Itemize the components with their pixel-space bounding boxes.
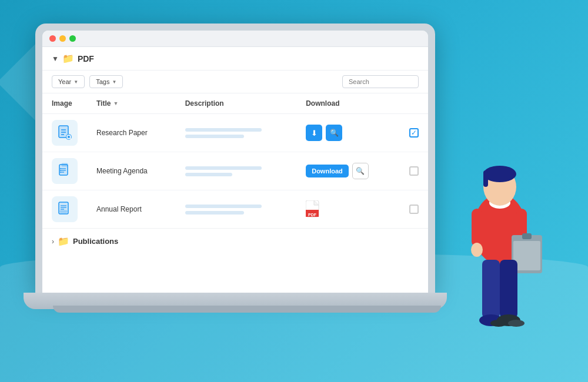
- table-container: Image Title ▼ Desc: [42, 93, 428, 294]
- svg-rect-32: [472, 209, 482, 247]
- row1-search-button[interactable]: 🔍: [326, 125, 342, 141]
- row3-checkbox[interactable]: [409, 205, 419, 214]
- row2-icon-box: [52, 158, 78, 184]
- tags-filter-button[interactable]: Tags ▼: [89, 75, 123, 88]
- svg-rect-31: [483, 170, 488, 187]
- col-description: Description: [176, 93, 297, 114]
- row1-desc-line1: [185, 128, 262, 132]
- row2-download-cell: Download 🔍: [306, 163, 390, 179]
- toolbar: Year ▼ Tags ▼: [42, 71, 428, 93]
- row2-download: Download 🔍: [296, 152, 400, 190]
- svg-point-14: [60, 168, 61, 169]
- row1-icon-box: [52, 120, 78, 146]
- publications-folder-icon: 📁: [58, 236, 69, 247]
- svg-line-7: [71, 139, 72, 140]
- documents-table: Image Title ▼ Desc: [42, 93, 428, 228]
- person-illustration: [435, 100, 564, 358]
- search-box[interactable]: [342, 75, 419, 88]
- row1-download-button[interactable]: ⬇: [306, 125, 322, 141]
- row3-desc-lines: [185, 205, 288, 215]
- col-title[interactable]: Title ▼: [87, 93, 176, 114]
- svg-point-15: [60, 170, 61, 171]
- row2-description: [176, 152, 297, 190]
- tags-filter-arrow: ▼: [112, 79, 116, 85]
- table-header-row: Image Title ▼ Desc: [42, 93, 428, 114]
- row2-desc-line1: [185, 166, 262, 170]
- svg-point-33: [471, 243, 483, 257]
- year-filter-button[interactable]: Year ▼: [52, 75, 85, 88]
- pdf-file-icon: PDF: [306, 200, 321, 218]
- folder-header: ▼ 📁 PDF: [42, 47, 428, 71]
- browser-chrome: [42, 31, 428, 47]
- tags-filter-label: Tags: [96, 78, 109, 85]
- row2-title: Meeting Agenda: [87, 152, 176, 190]
- svg-rect-40: [500, 260, 517, 319]
- row1-desc-lines: [185, 128, 288, 138]
- laptop-wrapper: ▼ 📁 PDF Year ▼ Tags ▼: [35, 24, 459, 335]
- svg-point-44: [508, 320, 524, 327]
- row3-description: [176, 190, 297, 229]
- year-filter-arrow: ▼: [74, 79, 78, 85]
- folder-icon: 📁: [62, 53, 74, 64]
- svg-point-30: [483, 166, 516, 182]
- row3-desc-line1: [185, 205, 262, 208]
- row3-icon-cell: [42, 190, 87, 229]
- row2-desc-line2: [185, 173, 232, 176]
- row2-checkbox-cell: [400, 152, 428, 190]
- row3-desc-line2: [185, 211, 244, 215]
- screen-inner: ▼ 📁 PDF Year ▼ Tags ▼: [42, 31, 428, 294]
- row1-description: [176, 114, 297, 152]
- row2-icon-cell: [42, 152, 87, 190]
- publications-row[interactable]: › 📁 Publications: [42, 228, 428, 254]
- row3-pdf-icon[interactable]: PDF: [306, 200, 321, 218]
- row2-search-button[interactable]: 🔍: [352, 163, 369, 179]
- minimize-dot[interactable]: [59, 35, 66, 42]
- screen-content: ▼ 📁 PDF Year ▼ Tags ▼: [42, 31, 428, 294]
- publications-name: Publications: [73, 237, 118, 246]
- folder-name: PDF: [78, 54, 94, 63]
- close-dot[interactable]: [49, 35, 56, 42]
- svg-rect-10: [62, 163, 68, 166]
- row3-download-cell: PDF: [306, 200, 390, 218]
- svg-rect-39: [482, 260, 500, 319]
- row1-checkbox-cell: ✓: [400, 114, 428, 152]
- col-checkbox: [400, 93, 428, 114]
- row1-title: Research Paper: [87, 114, 176, 152]
- table-row: Research Paper: [42, 114, 428, 152]
- person-svg: [435, 100, 564, 358]
- svg-text:PDF: PDF: [308, 213, 317, 217]
- col-image: Image: [42, 93, 87, 114]
- row1-document-icon: [56, 125, 73, 141]
- row1-download: ⬇ 🔍: [296, 114, 400, 152]
- laptop-screen: ▼ 📁 PDF Year ▼ Tags ▼: [35, 24, 435, 294]
- maximize-dot[interactable]: [69, 35, 76, 42]
- row3-download: PDF: [296, 190, 400, 229]
- svg-point-43: [490, 320, 507, 327]
- row2-checkbox[interactable]: [409, 166, 419, 176]
- publications-expand-chevron[interactable]: ›: [52, 237, 54, 246]
- row1-download-cell: ⬇ 🔍: [306, 125, 390, 141]
- folder-collapse-chevron[interactable]: ▼: [52, 55, 59, 63]
- row2-desc-lines: [185, 166, 288, 176]
- title-sort-arrow: ▼: [113, 100, 118, 106]
- laptop-base-bottom: [53, 306, 441, 313]
- row1-checkbox[interactable]: ✓: [409, 128, 419, 138]
- row1-icon-cell: [42, 114, 87, 152]
- table-row: Meeting Agenda: [42, 152, 428, 190]
- year-filter-label: Year: [58, 78, 71, 85]
- row1-desc-line2: [185, 135, 244, 138]
- file-manager: ▼ 📁 PDF Year ▼ Tags ▼: [42, 47, 428, 294]
- row3-checkbox-cell: [400, 190, 428, 229]
- row3-document-icon: [56, 201, 73, 217]
- row3-icon-box: [52, 196, 78, 222]
- svg-point-16: [60, 172, 61, 173]
- row3-title: Annual Report: [87, 190, 176, 229]
- col-download: Download: [296, 93, 400, 114]
- svg-rect-38: [522, 233, 532, 239]
- row2-document-icon: [56, 163, 73, 179]
- search-input[interactable]: [349, 78, 412, 85]
- row2-download-button[interactable]: Download: [306, 165, 349, 177]
- table-row: Annual Report: [42, 190, 428, 229]
- svg-rect-22: [60, 210, 67, 213]
